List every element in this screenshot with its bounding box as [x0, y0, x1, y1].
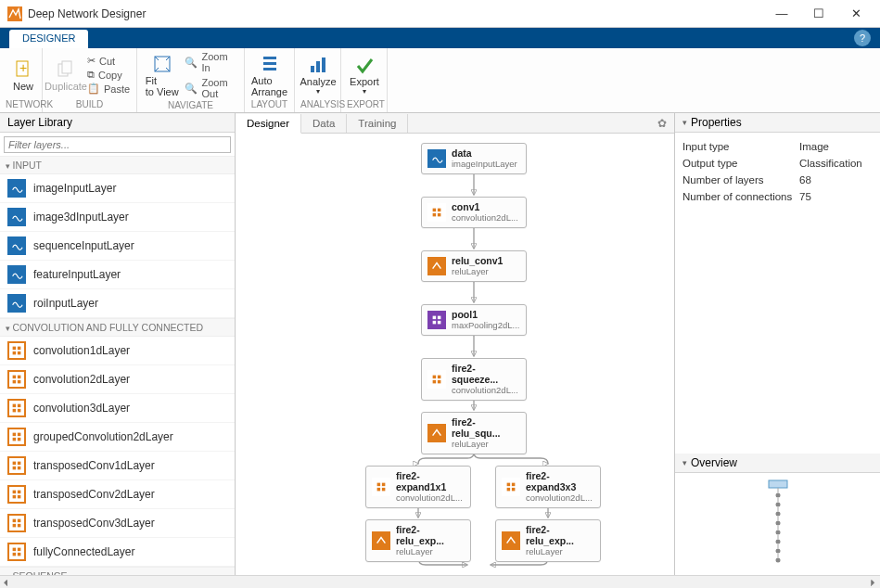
node-rex1[interactable]: fire2-relu_exp...reluLayer	[365, 519, 471, 562]
svg-rect-53	[438, 213, 441, 217]
node-icon	[427, 149, 446, 168]
svg-rect-55	[438, 316, 441, 320]
node-pool1[interactable]: pool1maxPooling2dL...	[421, 304, 527, 336]
node-type: imageInputLayer	[452, 159, 517, 169]
tab-data[interactable]: Data	[301, 114, 347, 133]
svg-rect-5	[263, 57, 276, 59]
node-ex1[interactable]: fire2-expand1x1convolution2dL...	[365, 466, 471, 508]
property-value: 68	[799, 174, 811, 185]
layer-item[interactable]: roiInputLayer	[0, 289, 235, 318]
cut-button[interactable]: ✂Cut	[83, 54, 134, 68]
canvas-gear-icon[interactable]: ✿	[657, 117, 667, 130]
svg-rect-57	[438, 321, 441, 325]
layer-icon	[7, 399, 26, 417]
property-row: Input type Image	[682, 138, 873, 155]
node-name: pool1	[452, 309, 519, 320]
node-data[interactable]: dataimageInputLayer	[421, 143, 527, 174]
node-icon	[427, 424, 446, 442]
export-button[interactable]: Export▾	[347, 52, 382, 97]
duplicate-button[interactable]: Duplicate	[48, 57, 83, 94]
auto-arrange-button[interactable]: Auto Arrange	[250, 51, 288, 99]
layer-library-title: Layer Library	[0, 113, 235, 133]
zoom-in-button[interactable]: 🔍Zoom In	[181, 50, 238, 74]
svg-point-71	[775, 493, 780, 498]
svg-rect-34	[18, 495, 21, 499]
node-relu1[interactable]: relu_conv1reluLayer	[421, 250, 527, 282]
svg-rect-31	[13, 491, 17, 494]
copy-icon: ⧉	[87, 69, 95, 81]
svg-rect-25	[13, 438, 17, 441]
node-type: reluLayer	[396, 546, 433, 556]
svg-point-81	[775, 540, 780, 544]
layer-item[interactable]: convolution1dLayer	[0, 337, 235, 365]
layer-item[interactable]: sequenceInputLayer	[0, 232, 235, 261]
layer-item[interactable]: transposedConv1dLayer	[0, 452, 235, 480]
zoom-out-icon: 🔍	[185, 83, 198, 95]
layer-item[interactable]: transposedConv2dLayer	[0, 480, 235, 509]
node-sq[interactable]: fire2-squeeze...convolution2dL...	[421, 358, 527, 401]
filter-layers-input[interactable]	[4, 136, 231, 153]
group-label-network: NETWORK	[6, 99, 36, 110]
minimize-button[interactable]: —	[763, 1, 800, 27]
layer-item-label: transposedConv1dLayer	[33, 459, 155, 472]
layer-item-label: fullyConnectedLayer	[33, 545, 134, 558]
copy-button[interactable]: ⧉Copy	[83, 68, 134, 82]
layer-icon	[7, 265, 26, 284]
ribbon-tab-designer[interactable]: DESIGNER	[9, 30, 88, 48]
property-row: Number of connections 75	[682, 188, 873, 205]
svg-rect-51	[438, 209, 441, 212]
layer-item-label: convolution3dLayer	[33, 402, 130, 415]
zoom-out-button[interactable]: 🔍Zoom Out	[181, 76, 238, 100]
properties-title: ▾Properties	[675, 113, 880, 133]
node-icon	[427, 203, 446, 222]
layer-item[interactable]: image3dInputLayer	[0, 203, 235, 232]
tab-designer[interactable]: Designer	[236, 114, 301, 134]
layer-item[interactable]: groupedConvolution2dLayer	[0, 423, 235, 452]
node-ex3[interactable]: fire2-expand3x3convolution2dL...	[495, 466, 601, 508]
fit-to-view-button[interactable]: Fit to View	[143, 51, 181, 99]
layer-item[interactable]: transposedConv3dLayer	[0, 509, 235, 538]
help-icon[interactable]: ?	[854, 30, 871, 46]
node-name: fire2-expand3x3	[526, 470, 594, 492]
section-seq[interactable]: SEQUENCE	[0, 567, 235, 575]
layer-item-label: sequenceInputLayer	[33, 239, 134, 252]
zoom-in-icon: 🔍	[185, 57, 198, 69]
svg-rect-40	[18, 548, 21, 552]
maximize-button[interactable]: ☐	[800, 1, 837, 27]
svg-rect-27	[13, 462, 17, 466]
svg-rect-70	[769, 480, 787, 488]
layer-item[interactable]: convolution3dLayer	[0, 394, 235, 423]
svg-point-79	[775, 530, 780, 535]
horizontal-scrollbar[interactable]: ⏴⏵	[0, 575, 880, 588]
layer-item[interactable]: imageInputLayer	[0, 174, 235, 203]
layer-item[interactable]: fullyConnectedLayer	[0, 538, 235, 567]
svg-rect-30	[18, 467, 21, 470]
section-input[interactable]: INPUT	[0, 156, 235, 174]
close-button[interactable]: ✕	[837, 1, 874, 27]
layer-icon	[7, 236, 26, 255]
node-conv1[interactable]: conv1convolution2dL...	[421, 197, 527, 228]
paste-icon: 📋	[87, 83, 100, 95]
svg-rect-62	[377, 483, 381, 487]
svg-rect-36	[18, 519, 21, 523]
svg-text:+: +	[19, 60, 27, 75]
node-rsq[interactable]: fire2-relu_squ...reluLayer	[421, 412, 527, 454]
svg-rect-33	[13, 495, 17, 499]
property-key: Number of layers	[682, 174, 799, 185]
layer-icon	[7, 428, 26, 446]
node-type: reluLayer	[526, 546, 563, 556]
layer-item[interactable]: convolution2dLayer	[0, 365, 235, 394]
layer-item[interactable]: featureInputLayer	[0, 261, 235, 289]
svg-rect-69	[512, 488, 516, 492]
layer-icon	[7, 485, 26, 504]
paste-button[interactable]: 📋Paste	[83, 82, 134, 96]
window-title: Deep Network Designer	[28, 7, 146, 20]
node-name: relu_conv1	[452, 255, 503, 266]
node-rex3[interactable]: fire2-relu_exp...reluLayer	[495, 519, 601, 562]
section-conv[interactable]: CONVOLUTION AND FULLY CONNECTED	[0, 318, 235, 337]
analyze-button[interactable]: Analyze▾	[300, 52, 336, 97]
svg-point-75	[775, 512, 780, 517]
svg-rect-39	[13, 548, 17, 552]
new-button[interactable]: + New	[6, 57, 41, 94]
tab-training[interactable]: Training	[347, 114, 408, 133]
